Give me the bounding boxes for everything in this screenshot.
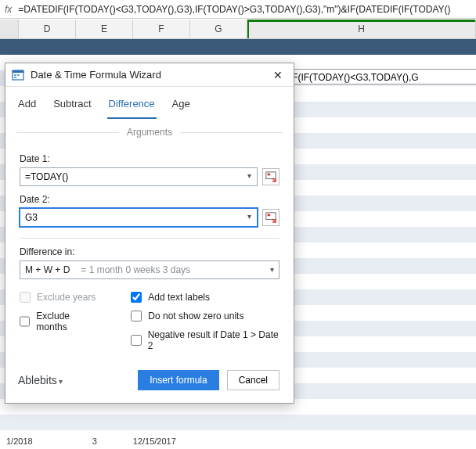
arguments-label: Arguments (127, 127, 172, 138)
exclude-months-check[interactable]: Exclude months (20, 311, 99, 332)
exclude-years-label: Exclude years (37, 292, 96, 303)
difference-value: M + W + D (25, 264, 70, 275)
date1-label: Date 1: (20, 153, 279, 164)
svg-rect-1 (13, 70, 23, 73)
add-text-labels-label: Add text labels (148, 292, 210, 303)
add-text-labels-check[interactable]: Add text labels (131, 292, 279, 303)
exclude-months-checkbox[interactable] (20, 316, 30, 327)
bottom-cell[interactable]: 1/2018 (0, 433, 39, 449)
brand-label: Ablebits (18, 374, 57, 386)
date2-input[interactable] (20, 208, 258, 227)
difference-in-select[interactable]: M + W + D = 1 month 0 weeks 3 days ▾ (20, 260, 279, 279)
tab-add[interactable]: Add (16, 93, 38, 119)
add-text-labels-checkbox[interactable] (131, 292, 142, 303)
close-icon[interactable]: ✕ (269, 69, 287, 81)
svg-rect-6 (268, 174, 271, 176)
svg-rect-4 (14, 77, 16, 78)
formula-wizard-dialog: Date & Time Formula Wizard ✕ Add Subtrac… (5, 63, 294, 404)
col-header-D[interactable]: D (19, 20, 76, 39)
no-zero-units-check[interactable]: Do not show zero units (131, 311, 279, 321)
date2-label: Date 2: (20, 194, 279, 205)
fx-label: fx (5, 4, 12, 15)
difference-hint: = 1 month 0 weeks 3 days (81, 264, 190, 275)
date2-input-wrap: ▾ (20, 208, 258, 227)
dialog-title: Date & Time Formula Wizard (31, 69, 269, 81)
arguments-separator: Arguments (5, 119, 294, 142)
tabs: Add Subtract Difference Age (5, 87, 294, 119)
chevron-down-icon: ▾ (270, 265, 274, 274)
negative-result-check[interactable]: Negative result if Date 1 > Date 2 (131, 329, 279, 351)
negative-result-checkbox[interactable] (131, 335, 141, 346)
col-header-F[interactable]: F (133, 20, 190, 39)
tab-subtract[interactable]: Subtract (52, 93, 92, 119)
col-header-G[interactable]: G (190, 20, 247, 39)
bottom-cell[interactable]: 12/15/2017 (127, 433, 182, 449)
insert-formula-button[interactable]: Insert formula (138, 370, 218, 390)
exclude-years-checkbox (20, 292, 31, 303)
svg-rect-2 (14, 74, 16, 76)
table-row[interactable] (0, 415, 476, 430)
date1-input-wrap: ▾ (20, 167, 258, 186)
select-all-corner[interactable] (0, 20, 19, 39)
cancel-button[interactable]: Cancel (227, 370, 279, 390)
no-zero-units-label: Do not show zero units (148, 311, 243, 321)
date2-range-picker-button[interactable] (262, 209, 279, 226)
difference-in-label: Difference in: (20, 246, 279, 257)
no-zero-units-checkbox[interactable] (131, 311, 142, 321)
svg-rect-8 (268, 214, 271, 217)
exclude-months-label: Exclude months (36, 311, 99, 332)
tab-difference[interactable]: Difference (107, 93, 157, 119)
table-row[interactable] (0, 39, 476, 55)
negative-result-label: Negative result if Date 1 > Date 2 (148, 329, 279, 351)
bottom-row: 1/2018 3 12/15/2017 (0, 433, 476, 449)
column-headers: D E F G H (0, 19, 476, 39)
wizard-icon (12, 69, 24, 81)
exclude-years-check: Exclude years (20, 292, 99, 303)
formula-bar[interactable]: fx =DATEDIF(IF(TODAY()<G3,TODAY(),G3),IF… (0, 0, 476, 19)
col-header-H[interactable]: H (247, 20, 476, 39)
brand-menu[interactable]: Ablebits▾ (15, 374, 130, 386)
range-select-icon (265, 171, 276, 182)
dialog-titlebar[interactable]: Date & Time Formula Wizard ✕ (5, 63, 294, 87)
range-select-icon (265, 212, 276, 223)
svg-rect-3 (17, 74, 20, 76)
chevron-down-icon: ▾ (59, 377, 63, 386)
formula-bar-text: =DATEDIF(IF(TODAY()<G3,TODAY(),G3),IF(TO… (18, 4, 450, 15)
bottom-cell[interactable]: 3 (86, 433, 103, 449)
date1-range-picker-button[interactable] (262, 168, 279, 185)
col-header-E[interactable]: E (76, 20, 133, 39)
tab-age[interactable]: Age (171, 93, 192, 119)
date1-input[interactable] (20, 167, 258, 186)
